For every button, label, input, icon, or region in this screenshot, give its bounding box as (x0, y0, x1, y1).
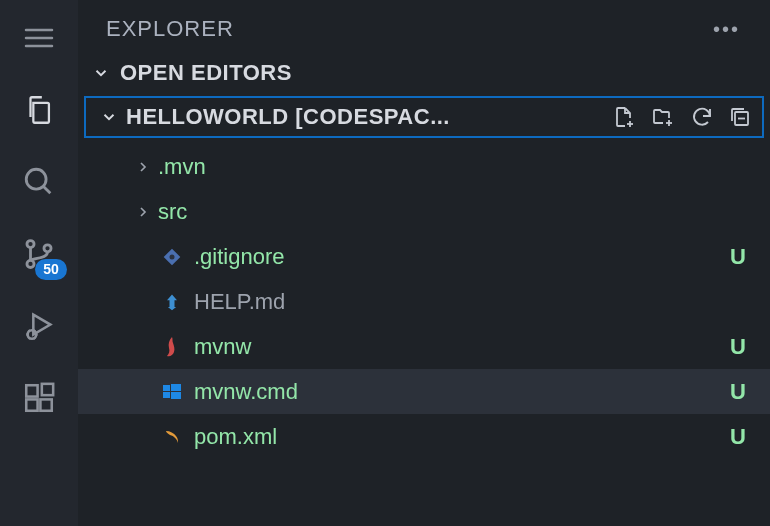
markdown-file-icon (158, 292, 186, 312)
explorer-icon[interactable] (19, 90, 59, 130)
source-control-badge: 50 (35, 259, 67, 280)
xml-file-icon (158, 428, 186, 446)
workspace-folder-header[interactable]: HELLOWORLD [CODESPAC... (84, 96, 764, 138)
chevron-right-icon[interactable] (128, 204, 158, 220)
svg-rect-29 (163, 392, 170, 398)
maven-file-icon (158, 336, 186, 358)
svg-point-7 (44, 245, 51, 252)
git-status-untracked: U (716, 424, 746, 450)
chevron-right-icon[interactable] (128, 159, 158, 175)
svg-point-5 (27, 241, 34, 248)
windows-file-icon (158, 382, 186, 402)
new-folder-icon[interactable] (650, 105, 676, 129)
tree-file[interactable]: pom.xml U (78, 414, 770, 459)
run-debug-icon[interactable] (19, 306, 59, 346)
refresh-icon[interactable] (690, 105, 714, 129)
explorer-panel-header: EXPLORER ••• (78, 0, 770, 52)
svg-line-12 (28, 330, 29, 331)
svg-point-6 (27, 260, 34, 267)
tree-file[interactable]: .gitignore U (78, 234, 770, 279)
svg-point-26 (170, 254, 175, 259)
svg-rect-18 (40, 399, 51, 410)
panel-more-icon[interactable]: ••• (713, 18, 740, 41)
svg-rect-27 (163, 385, 170, 391)
tree-folder[interactable]: .mvn (78, 144, 770, 189)
open-editors-header[interactable]: OPEN EDITORS (78, 52, 770, 94)
git-status-untracked: U (716, 334, 746, 360)
svg-rect-30 (171, 392, 181, 399)
new-file-icon[interactable] (612, 105, 636, 129)
git-status-untracked: U (716, 379, 746, 405)
svg-rect-17 (26, 399, 37, 410)
svg-rect-28 (171, 384, 181, 391)
panel-title: EXPLORER (106, 16, 234, 42)
search-icon[interactable] (19, 162, 59, 202)
tree-file[interactable]: HELP.md (78, 279, 770, 324)
tree-file[interactable]: mvnw U (78, 324, 770, 369)
source-control-icon[interactable]: 50 (19, 234, 59, 274)
svg-rect-19 (42, 384, 53, 395)
menu-icon[interactable] (19, 18, 59, 58)
file-tree: .mvn src .gitignore U HEL (78, 140, 770, 459)
svg-point-3 (26, 169, 46, 189)
svg-line-15 (34, 338, 35, 339)
chevron-down-icon (92, 64, 110, 82)
git-status-untracked: U (716, 244, 746, 270)
tree-folder[interactable]: src (78, 189, 770, 234)
svg-line-14 (34, 330, 35, 331)
chevron-down-icon (100, 108, 118, 126)
tree-file[interactable]: mvnw.cmd U (78, 369, 770, 414)
svg-rect-16 (26, 385, 37, 396)
svg-line-4 (43, 186, 50, 193)
collapse-all-icon[interactable] (728, 105, 752, 129)
git-file-icon (158, 247, 186, 267)
svg-line-13 (28, 338, 29, 339)
extensions-icon[interactable] (19, 378, 59, 418)
